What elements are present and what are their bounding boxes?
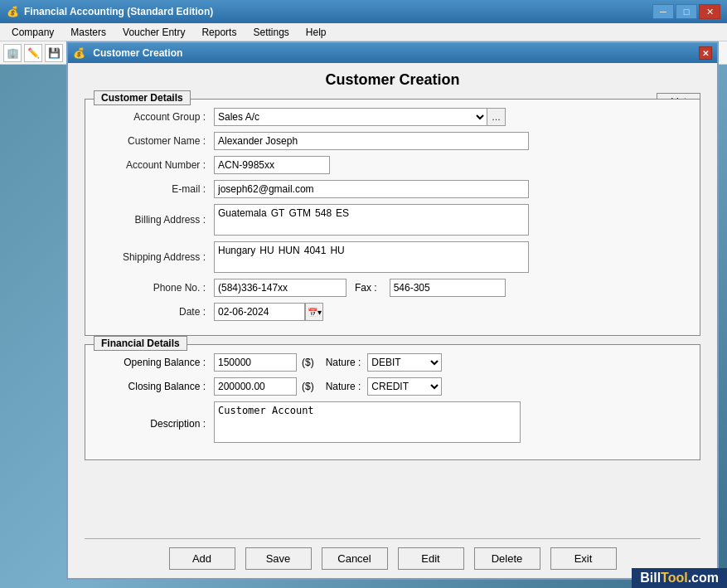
account-group-browse-button[interactable]: …: [487, 108, 506, 126]
customer-name-input[interactable]: [214, 132, 529, 150]
fax-input[interactable]: [390, 279, 506, 297]
shipping-country: Hungary: [218, 245, 255, 256]
opening-balance-label: Opening Balance :: [98, 357, 214, 368]
account-group-label: Account Group :: [98, 111, 214, 123]
description-wrap: [214, 401, 521, 445]
button-bar: Add Save Cancel Edit Delete Exit: [85, 538, 700, 570]
menu-voucher-entry[interactable]: Voucher Entry: [114, 25, 193, 40]
account-number-row: Account Number :: [98, 156, 687, 174]
customer-creation-dialog: 💰 Customer Creation ✕ Customer Creation …: [66, 41, 719, 580]
customer-name-row: Customer Name :: [98, 132, 687, 150]
closing-nature-select[interactable]: DEBIT CREDIT: [367, 377, 442, 396]
watermark-bill: Bill: [640, 571, 661, 585]
phone-label: Phone No. :: [98, 282, 214, 294]
dialog-main-title: Customer Creation: [85, 71, 700, 89]
account-group-wrap: Sales A/c …: [214, 108, 506, 126]
date-label: Date :: [98, 306, 214, 318]
os-titlebar-left: 💰 Financial Accounting (Standard Edition…: [7, 6, 213, 17]
dialog-body: Customer Creation List Customer Details …: [68, 63, 717, 578]
add-button[interactable]: Add: [169, 547, 235, 570]
closing-balance-row: Closing Balance : ($) Nature : DEBIT CRE…: [98, 377, 687, 396]
watermark-tool: Tool: [661, 571, 688, 585]
shipping-address-row: Shipping Address : Hungary HU HUN 4041 H…: [98, 241, 687, 273]
app-title: Financial Accounting (Standard Edition): [24, 6, 213, 17]
phone-input[interactable]: [214, 279, 347, 297]
email-input[interactable]: [214, 180, 529, 198]
shipping-address-label: Shipping Address :: [98, 251, 214, 263]
toolbar-save-icon[interactable]: 💾: [45, 44, 63, 62]
shipping-zip: 4041: [304, 245, 327, 256]
opening-currency-badge: ($): [297, 357, 319, 368]
app-icon: 💰: [7, 6, 19, 17]
exit-button[interactable]: Exit: [550, 547, 617, 570]
billing-city: GTM: [288, 207, 311, 219]
billing-address-label: Billing Address :: [98, 214, 214, 226]
dialog-title-left: 💰 Customer Creation: [73, 47, 182, 59]
opening-balance-input[interactable]: [214, 353, 297, 372]
minimize-button[interactable]: ─: [652, 4, 674, 19]
os-titlebar: 💰 Financial Accounting (Standard Edition…: [0, 0, 727, 23]
account-group-select[interactable]: Sales A/c: [214, 108, 487, 126]
toolbar-new-icon[interactable]: 🏢: [3, 44, 22, 62]
menu-masters[interactable]: Masters: [62, 25, 114, 40]
customer-details-label: Customer Details: [94, 90, 191, 105]
account-number-label: Account Number :: [98, 159, 214, 171]
toolbar-edit-icon[interactable]: ✏️: [24, 44, 42, 62]
delete-button[interactable]: Delete: [474, 547, 540, 570]
opening-nature-label: Nature :: [319, 357, 368, 368]
account-number-input[interactable]: [214, 156, 330, 174]
customer-details-section: Customer Details Account Group : Sales A…: [85, 99, 700, 336]
billtool-watermark: BillTool.com: [632, 568, 727, 588]
date-input-wrap: 📅▾: [214, 303, 323, 321]
description-label: Description :: [98, 418, 214, 430]
date-picker-button[interactable]: 📅▾: [305, 303, 323, 321]
closing-balance-label: Closing Balance :: [98, 381, 214, 392]
shipping-city: HUN: [279, 245, 300, 256]
opening-balance-row: Opening Balance : ($) Nature : DEBIT CRE…: [98, 353, 687, 372]
email-row: E-mail :: [98, 180, 687, 198]
dialog-close-button[interactable]: ✕: [699, 46, 712, 60]
menu-company[interactable]: Company: [3, 25, 62, 40]
phone-fax-group: Fax :: [214, 279, 506, 297]
date-input[interactable]: [214, 303, 305, 321]
menu-reports[interactable]: Reports: [193, 25, 245, 40]
description-row: Description :: [98, 401, 687, 445]
shipping-state-code: HU: [259, 245, 274, 256]
save-button[interactable]: Save: [245, 547, 312, 570]
billing-state-code: GT: [271, 207, 285, 219]
maximize-button[interactable]: □: [676, 4, 697, 19]
billing-zip: 548: [315, 207, 332, 219]
financial-details-label: Financial Details: [94, 336, 187, 351]
billing-country: Guatemala: [218, 207, 267, 219]
closing-balance-input[interactable]: [214, 377, 297, 396]
watermark-domain: .com: [688, 571, 719, 585]
shipping-extra: HU: [330, 245, 344, 256]
phone-fax-row: Phone No. : Fax :: [98, 279, 687, 297]
dialog-title-text: Customer Creation: [93, 47, 182, 59]
description-textarea[interactable]: [214, 401, 521, 443]
os-titlebar-controls: ─ □ ✕: [652, 4, 720, 19]
menu-settings[interactable]: Settings: [245, 25, 297, 40]
closing-currency-badge: ($): [297, 381, 319, 392]
date-row: Date : 📅▾: [98, 303, 687, 321]
billing-address-field[interactable]: Guatemala GT GTM 548 ES: [214, 204, 529, 236]
menu-help[interactable]: Help: [298, 25, 335, 40]
menubar: Company Masters Voucher Entry Reports Se…: [0, 23, 727, 41]
close-app-button[interactable]: ✕: [699, 4, 720, 19]
shipping-address-field[interactable]: Hungary HU HUN 4041 HU: [214, 241, 529, 273]
cancel-button[interactable]: Cancel: [322, 547, 388, 570]
billing-address-row: Billing Address : Guatemala GT GTM 548 E…: [98, 204, 687, 236]
account-group-row: Account Group : Sales A/c …: [98, 108, 687, 126]
customer-name-label: Customer Name :: [98, 135, 214, 147]
dialog-icon: 💰: [73, 47, 85, 59]
edit-button[interactable]: Edit: [398, 547, 464, 570]
billing-extra: ES: [336, 207, 349, 219]
financial-details-section: Financial Details Opening Balance : ($) …: [85, 344, 700, 460]
email-label: E-mail :: [98, 183, 214, 195]
closing-nature-label: Nature :: [319, 381, 368, 392]
dialog-titlebar: 💰 Customer Creation ✕: [68, 43, 717, 63]
fax-label: Fax :: [355, 282, 381, 294]
opening-nature-select[interactable]: DEBIT CREDIT: [367, 353, 442, 372]
